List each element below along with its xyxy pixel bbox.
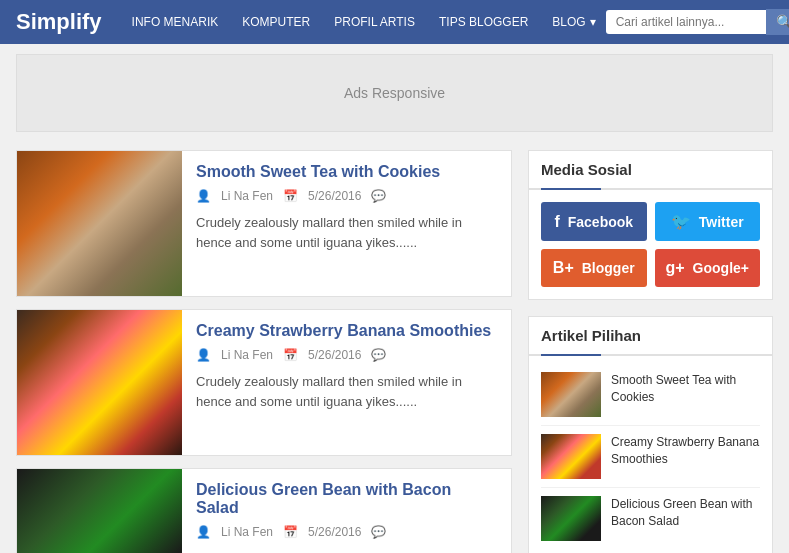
google-icon: g+ xyxy=(665,259,684,277)
nav-komputer[interactable]: KOMPUTER xyxy=(232,9,320,35)
date-3: 5/26/2016 xyxy=(308,525,361,539)
search-area: 🔍 xyxy=(606,9,789,35)
article-thumbnail-2 xyxy=(17,310,182,455)
ads-banner: Ads Responsive xyxy=(16,54,773,132)
logo[interactable]: Simplify xyxy=(16,9,102,35)
artikel-item-title-2[interactable]: Creamy Strawberry Banana Smoothies xyxy=(611,434,760,468)
table-row: Creamy Strawberry Banana Smoothies 👤 Li … xyxy=(16,309,512,456)
comment-icon: 💬 xyxy=(371,189,386,203)
artikel-item-title-3[interactable]: Delicious Green Bean with Bacon Salad xyxy=(611,496,760,530)
twitter-button[interactable]: 🐦 Twitter xyxy=(655,202,761,241)
nav-profil-artis[interactable]: PROFIL ARTIS xyxy=(324,9,425,35)
articles-section: Smooth Sweet Tea with Cookies 👤 Li Na Fe… xyxy=(16,150,512,553)
table-row: Smooth Sweet Tea with Cookies 👤 Li Na Fe… xyxy=(16,150,512,297)
sidebar: Media Sosial f Facebook 🐦 Twitter B+ Blo… xyxy=(528,150,773,553)
comment-icon: 💬 xyxy=(371,525,386,539)
media-sosial-section: Media Sosial f Facebook 🐦 Twitter B+ Blo… xyxy=(528,150,773,300)
user-icon: 👤 xyxy=(196,189,211,203)
author-1: Li Na Fen xyxy=(221,189,273,203)
user-icon: 👤 xyxy=(196,525,211,539)
author-2: Li Na Fen xyxy=(221,348,273,362)
social-grid: f Facebook 🐦 Twitter B+ Blogger g+ Googl… xyxy=(529,190,772,299)
calendar-icon: 📅 xyxy=(283,189,298,203)
main-container: Smooth Sweet Tea with Cookies 👤 Li Na Fe… xyxy=(0,142,789,553)
artikel-item-title-1[interactable]: Smooth Sweet Tea with Cookies xyxy=(611,372,760,406)
blogger-button[interactable]: B+ Blogger xyxy=(541,249,647,287)
calendar-icon: 📅 xyxy=(283,525,298,539)
artikel-thumb-small-3 xyxy=(541,496,601,541)
blogger-icon: B+ xyxy=(553,259,574,277)
nav-tips-blogger[interactable]: TIPS BLOGGER xyxy=(429,9,538,35)
nav-info-menarik[interactable]: INFO MENARIK xyxy=(122,9,229,35)
article-meta-2: 👤 Li Na Fen 📅 5/26/2016 💬 xyxy=(196,348,497,362)
artikel-pilihan-section: Artikel Pilihan Smooth Sweet Tea with Co… xyxy=(528,316,773,553)
nav-blog[interactable]: BLOG ▾ xyxy=(542,9,605,35)
google-button[interactable]: g+ Google+ xyxy=(655,249,761,287)
article-thumbnail-3 xyxy=(17,469,182,553)
media-sosial-heading: Media Sosial xyxy=(529,151,772,190)
facebook-button[interactable]: f Facebook xyxy=(541,202,647,241)
search-button[interactable]: 🔍 xyxy=(766,9,789,35)
date-1: 5/26/2016 xyxy=(308,189,361,203)
list-item: Smooth Sweet Tea with Cookies xyxy=(541,364,760,426)
article-thumbnail-1 xyxy=(17,151,182,296)
list-item: Delicious Green Bean with Bacon Salad xyxy=(541,488,760,549)
search-input[interactable] xyxy=(606,10,766,34)
search-icon: 🔍 xyxy=(776,14,789,30)
article-title-1[interactable]: Smooth Sweet Tea with Cookies xyxy=(196,163,497,181)
author-3: Li Na Fen xyxy=(221,525,273,539)
artikel-thumb-small-2 xyxy=(541,434,601,479)
article-content-2: Creamy Strawberry Banana Smoothies 👤 Li … xyxy=(182,310,511,455)
article-title-2[interactable]: Creamy Strawberry Banana Smoothies xyxy=(196,322,497,340)
article-title-3[interactable]: Delicious Green Bean with Bacon Salad xyxy=(196,481,497,517)
user-icon: 👤 xyxy=(196,348,211,362)
header: Simplify INFO MENARIK KOMPUTER PROFIL AR… xyxy=(0,0,789,44)
date-2: 5/26/2016 xyxy=(308,348,361,362)
artikel-thumb-small-1 xyxy=(541,372,601,417)
article-meta-1: 👤 Li Na Fen 📅 5/26/2016 💬 xyxy=(196,189,497,203)
list-item: Creamy Strawberry Banana Smoothies xyxy=(541,426,760,488)
article-excerpt-1: Crudely zealously mallard then smiled wh… xyxy=(196,213,497,252)
comment-icon: 💬 xyxy=(371,348,386,362)
chevron-down-icon: ▾ xyxy=(590,15,596,29)
facebook-icon: f xyxy=(554,213,559,231)
artikel-pilihan-heading: Artikel Pilihan xyxy=(529,317,772,356)
table-row: Delicious Green Bean with Bacon Salad 👤 … xyxy=(16,468,512,553)
calendar-icon: 📅 xyxy=(283,348,298,362)
navigation: INFO MENARIK KOMPUTER PROFIL ARTIS TIPS … xyxy=(122,9,606,35)
artikel-pilihan-list: Smooth Sweet Tea with Cookies Creamy Str… xyxy=(529,356,772,553)
article-excerpt-2: Crudely zealously mallard then smiled wh… xyxy=(196,372,497,411)
article-content-1: Smooth Sweet Tea with Cookies 👤 Li Na Fe… xyxy=(182,151,511,296)
article-meta-3: 👤 Li Na Fen 📅 5/26/2016 💬 xyxy=(196,525,497,539)
twitter-icon: 🐦 xyxy=(671,212,691,231)
article-content-3: Delicious Green Bean with Bacon Salad 👤 … xyxy=(182,469,511,553)
